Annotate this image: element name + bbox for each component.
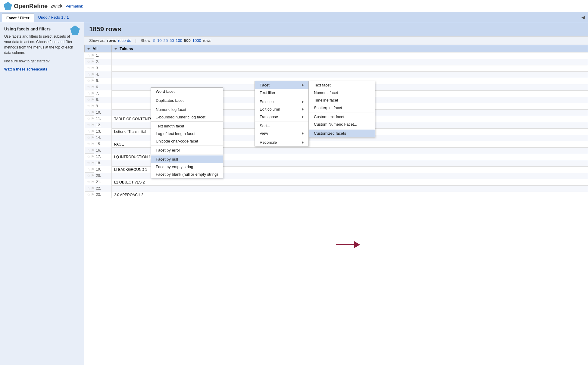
star-icon[interactable]: ☆ [87,161,90,165]
flag-icon[interactable]: ⚑ [91,129,94,133]
star-icon[interactable]: ☆ [87,142,90,146]
cf-facet-by-null[interactable]: Facet by null [151,155,223,163]
star-icon[interactable]: ☆ [87,148,90,152]
row-controls: ☆ ⚑ 11. [85,116,94,122]
flag-icon[interactable]: ⚑ [91,110,94,114]
cell-tokens [112,65,588,71]
flag-icon[interactable]: ⚑ [91,72,94,77]
facet-filter-tab[interactable]: Facet / Filter [2,14,34,22]
row-controls: ☆ ⚑ 9. [85,103,94,109]
facet-scatterplot-facet[interactable]: Scatterplot facet [309,104,375,111]
star-icon[interactable]: ☆ [87,167,90,171]
star-icon[interactable]: ☆ [87,60,90,64]
star-icon[interactable]: ☆ [87,98,90,102]
facet-customized-facets[interactable]: Customized facets [309,130,375,137]
facet-timeline-facet[interactable]: Timeline facet [309,96,375,104]
row-num: 22. [96,186,101,190]
show-1000[interactable]: 1000 [192,38,201,43]
col-all-header: All [85,45,112,52]
flag-icon[interactable]: ⚑ [91,104,94,108]
menu-item-edit-column[interactable]: Edit column [255,105,308,113]
flag-icon[interactable]: ⚑ [91,155,94,159]
cf-facet-by-error[interactable]: Facet by error [151,146,223,154]
star-icon[interactable]: ☆ [87,117,90,121]
tokens-dropdown-arrow[interactable] [114,48,117,50]
star-icon[interactable]: ☆ [87,72,90,77]
menu-item-transpose[interactable]: Transpose [255,113,308,121]
star-icon[interactable]: ☆ [87,186,90,190]
permalink-link[interactable]: Permalink [65,4,83,8]
star-icon[interactable]: ☆ [87,53,90,58]
row-num: 23. [96,193,101,197]
star-icon[interactable]: ☆ [87,110,90,114]
flag-icon[interactable]: ⚑ [91,123,94,127]
star-icon[interactable]: ☆ [87,155,90,159]
flag-icon[interactable]: ⚑ [91,148,94,152]
cf-unicode-charcode[interactable]: Unicode char-code facet [151,137,223,145]
facet-numeric-facet[interactable]: Numeric facet [309,89,375,96]
star-icon[interactable]: ☆ [87,129,90,133]
facet-text-facet[interactable]: Text facet [309,81,375,89]
flag-icon[interactable]: ⚑ [91,117,94,121]
row-controls: ☆ ⚑ 21. [85,179,94,185]
row-controls: ☆ ⚑ 15. [85,141,94,147]
cf-facet-by-empty-string[interactable]: Facet by empty string [151,163,223,171]
flag-icon[interactable]: ⚑ [91,186,94,190]
flag-icon[interactable]: ⚑ [91,161,94,165]
records-view-link[interactable]: records [118,38,131,43]
flag-icon[interactable]: ⚑ [91,142,94,146]
show-10[interactable]: 10 [157,38,161,43]
cf-1-bounded[interactable]: 1-bounded numeric log facet [151,113,223,121]
watch-screencasts-link[interactable]: Watch these screencasts [4,67,47,71]
facet-custom-text[interactable]: Custom text facet... [309,113,375,121]
show-50[interactable]: 50 [170,38,174,43]
row-controls: ☆ ⚑ 16. [85,147,94,154]
menu-item-text-filter[interactable]: Text filter [255,89,308,96]
menu-item-edit-cells[interactable]: Edit cells [255,98,308,105]
cf-word-facet[interactable]: Word facet [151,88,223,95]
cf-facet-by-blank[interactable]: Facet by blank (null or empty string) [151,171,223,178]
star-icon[interactable]: ☆ [87,174,90,178]
flag-icon[interactable]: ⚑ [91,91,94,96]
flag-icon[interactable]: ⚑ [91,180,94,184]
cf-duplicates-facet[interactable]: Duplicates facet [151,97,223,104]
star-icon[interactable]: ☆ [87,136,90,140]
cf-sep2 [151,105,223,105]
star-icon[interactable]: ☆ [87,85,90,89]
menu-item-facet[interactable]: Facet [255,81,308,89]
menu-item-reconcile[interactable]: Reconcile [255,139,308,146]
flag-icon[interactable]: ⚑ [91,79,94,83]
star-icon[interactable]: ☆ [87,91,90,96]
show-25[interactable]: 25 [163,38,167,43]
flag-icon[interactable]: ⚑ [91,136,94,140]
star-icon[interactable]: ☆ [87,123,90,127]
rows-view-link[interactable]: rows [107,38,116,43]
flag-icon[interactable]: ⚑ [91,98,94,102]
menu-item-view[interactable]: View [255,130,308,137]
star-icon[interactable]: ☆ [87,193,90,197]
show-500[interactable]: 500 [184,38,191,43]
flag-icon[interactable]: ⚑ [91,53,94,58]
flag-icon[interactable]: ⚑ [91,66,94,70]
undo-redo-button[interactable]: Undo / Redo 1 / 1 [34,13,73,21]
flag-icon[interactable]: ⚑ [91,167,94,171]
facet-custom-numeric[interactable]: Custom Numeric Facet... [309,121,375,128]
cf-log-text-length[interactable]: Log of text length facet [151,130,223,137]
collapse-button[interactable]: ◀ [578,13,588,22]
star-icon[interactable]: ☆ [87,66,90,70]
show-5[interactable]: 5 [153,38,155,43]
cf-text-length-facet[interactable]: Text length facet [151,122,223,130]
edit-cells-arrow [302,100,304,103]
flag-icon[interactable]: ⚑ [91,193,94,197]
row-controls: ☆ ⚑ 23. [85,192,94,198]
flag-icon[interactable]: ⚑ [91,85,94,89]
show-100[interactable]: 100 [176,38,182,43]
cf-numeric-log-facet[interactable]: Numeric log facet [151,106,223,113]
flag-icon[interactable]: ⚑ [91,60,94,64]
flag-icon[interactable]: ⚑ [91,174,94,178]
menu-item-sort[interactable]: Sort... [255,122,308,130]
star-icon[interactable]: ☆ [87,79,90,83]
star-icon[interactable]: ☆ [87,104,90,108]
all-dropdown-arrow[interactable] [87,48,90,50]
star-icon[interactable]: ☆ [87,180,90,184]
